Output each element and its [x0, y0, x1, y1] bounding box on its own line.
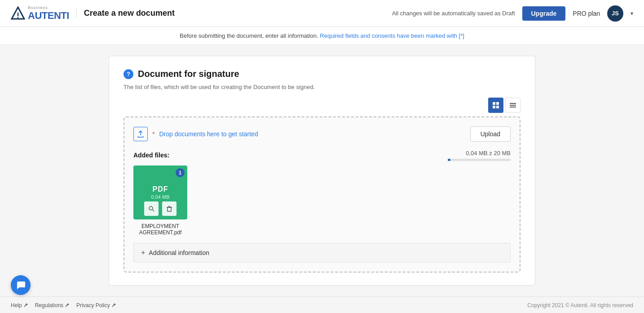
document-card: ? Document for signature The list of fil…: [109, 56, 535, 286]
file-name: EMPLOYMENT AGREEMENT.pdf: [133, 223, 187, 236]
copyright-text: Copyright 2021 © Autenti. All rights res…: [527, 302, 633, 309]
svg-rect-8: [510, 105, 516, 106]
svg-line-11: [153, 210, 154, 212]
app-footer: Help Regulations Privacy Policy Copyrigh…: [0, 296, 644, 313]
auto-save-notice: All changes will be automatically saved …: [392, 10, 515, 17]
storage-info-block: 0,04 MB z 20 MB: [448, 149, 511, 161]
list-icon: [509, 102, 516, 109]
user-menu-dropdown-icon[interactable]: ▾: [631, 10, 633, 17]
trash-icon: [166, 206, 172, 212]
svg-rect-4: [496, 102, 499, 105]
external-link-icon: [23, 303, 28, 308]
section-description: The list of files, which will be used fo…: [124, 84, 520, 90]
files-section: Added files: 0,04 MB z 20 MB 1 PDF: [133, 149, 511, 236]
storage-bar-fill: [448, 159, 450, 161]
header-right: All changes will be automatically saved …: [392, 5, 633, 22]
files-header: Added files: 0,04 MB z 20 MB: [133, 149, 511, 161]
plus-icon: +: [141, 249, 145, 257]
file-actions: [144, 201, 176, 216]
logo-text: AUTENTI: [28, 10, 69, 22]
search-icon: [148, 206, 154, 212]
upgrade-button[interactable]: Upgrade: [522, 6, 566, 21]
svg-rect-5: [493, 106, 495, 108]
footer-links: Help Regulations Privacy Policy: [11, 302, 116, 309]
svg-rect-9: [510, 107, 516, 107]
files-label: Added files:: [133, 152, 169, 159]
file-preview-button[interactable]: [144, 201, 159, 216]
upload-icon: [133, 127, 148, 141]
drop-zone[interactable]: * Drop documents here to get started Upl…: [124, 116, 520, 273]
file-badge: 1: [176, 168, 185, 177]
grid-icon: [492, 102, 499, 109]
svg-point-10: [149, 206, 153, 210]
regulations-link[interactable]: Regulations: [35, 302, 69, 309]
grid-view-button[interactable]: [488, 98, 503, 113]
main-content: ? Document for signature The list of fil…: [0, 45, 644, 296]
storage-info: 0,04 MB z 20 MB: [466, 150, 511, 156]
help-link[interactable]: Help: [11, 302, 28, 309]
drop-asterisk: *: [152, 130, 154, 138]
drop-hint: * Drop documents here to get started: [133, 127, 258, 141]
notice-bar: Before submitting the document, enter al…: [0, 27, 644, 45]
svg-point-2: [18, 17, 19, 18]
svg-rect-12: [168, 207, 171, 211]
logo-business-label: Business: [28, 5, 69, 10]
additional-info-toggle[interactable]: + Additional information: [133, 243, 511, 263]
chat-icon: [16, 280, 26, 290]
list-view-button[interactable]: [505, 98, 520, 113]
notice-link[interactable]: Required fields and consents have been m…: [320, 32, 464, 39]
external-link-icon-2: [65, 303, 69, 308]
section-help-icon: ?: [124, 69, 133, 79]
files-grid: 1 PDF 0.04 MB: [133, 165, 511, 236]
storage-bar: [448, 159, 511, 161]
file-type-label: PDF: [153, 185, 168, 193]
file-delete-button[interactable]: [162, 201, 176, 216]
drop-text: Drop documents here to get started: [159, 130, 258, 138]
svg-rect-3: [493, 102, 495, 105]
file-size-label: 0.04 MB: [151, 194, 170, 200]
file-item: 1 PDF 0.04 MB: [133, 165, 187, 236]
notice-main-text: Before submitting the document, enter al…: [180, 32, 318, 39]
view-toggle: [124, 98, 520, 113]
section-title: Document for signature: [138, 69, 239, 79]
privacy-link[interactable]: Privacy Policy: [76, 302, 116, 309]
additional-info-label: Additional information: [149, 249, 209, 256]
svg-rect-7: [510, 103, 516, 104]
chat-button[interactable]: [11, 275, 31, 295]
app-header: Business AUTENTI Create a new document A…: [0, 0, 644, 27]
avatar[interactable]: JS: [607, 5, 623, 22]
autenti-logo-icon: [11, 6, 25, 21]
svg-rect-6: [496, 106, 499, 108]
file-thumbnail: 1 PDF 0.04 MB: [133, 165, 187, 219]
external-link-icon-3: [111, 303, 116, 308]
section-header: ? Document for signature: [124, 69, 520, 79]
header-left: Business AUTENTI Create a new document: [11, 5, 175, 22]
upload-button[interactable]: Upload: [470, 126, 511, 142]
pro-plan-label: PRO plan: [573, 10, 600, 17]
logo: Business AUTENTI: [11, 5, 69, 22]
page-title: Create a new document: [76, 9, 175, 18]
